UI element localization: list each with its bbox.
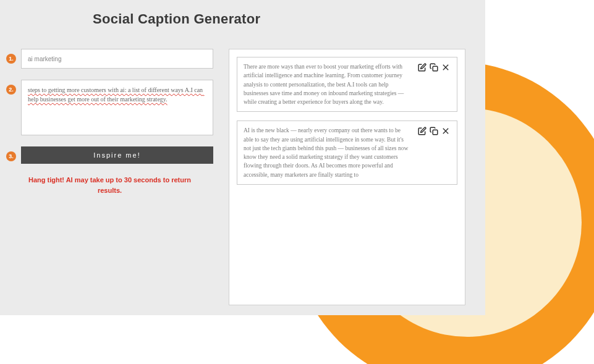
close-icon[interactable] (441, 126, 451, 136)
result-text: AI is the new black — nearly every compa… (244, 126, 411, 179)
step-badge-2: 2. (6, 85, 16, 95)
topic-input[interactable] (21, 49, 213, 69)
copy-icon[interactable] (429, 126, 439, 136)
page-title: Social Caption Generator (93, 11, 465, 27)
result-actions (417, 126, 451, 179)
step-badge-1: 1. (6, 54, 16, 64)
svg-rect-0 (433, 66, 438, 71)
results-panel: There are more ways than ever to boost y… (229, 49, 465, 305)
content-row: 1. 2. steps to getting more customers wi… (6, 49, 465, 305)
result-card: AI is the new black — nearly every compa… (237, 121, 457, 185)
edit-icon[interactable] (417, 126, 427, 136)
close-icon[interactable] (441, 62, 451, 72)
details-textarea[interactable]: steps to getting more customers with ai:… (21, 80, 213, 135)
inspire-button[interactable]: Inspire me! (21, 146, 213, 164)
input-panel: 1. 2. steps to getting more customers wi… (6, 49, 213, 305)
result-card: There are more ways than ever to boost y… (237, 57, 457, 112)
result-actions (417, 62, 451, 106)
svg-rect-1 (433, 130, 438, 135)
step-2-row: 2. steps to getting more customers with … (6, 80, 213, 135)
copy-icon[interactable] (429, 62, 439, 72)
step-badge-3: 3. (6, 151, 16, 161)
app-container: Social Caption Generator 1. 2. steps to … (0, 0, 485, 315)
edit-icon[interactable] (417, 62, 427, 72)
step-3-row: 3. Inspire me! (6, 146, 213, 164)
wait-message: Hang tight! AI may take up to 30 seconds… (6, 175, 213, 195)
result-text: There are more ways than ever to boost y… (244, 62, 411, 106)
step-1-row: 1. (6, 49, 213, 69)
